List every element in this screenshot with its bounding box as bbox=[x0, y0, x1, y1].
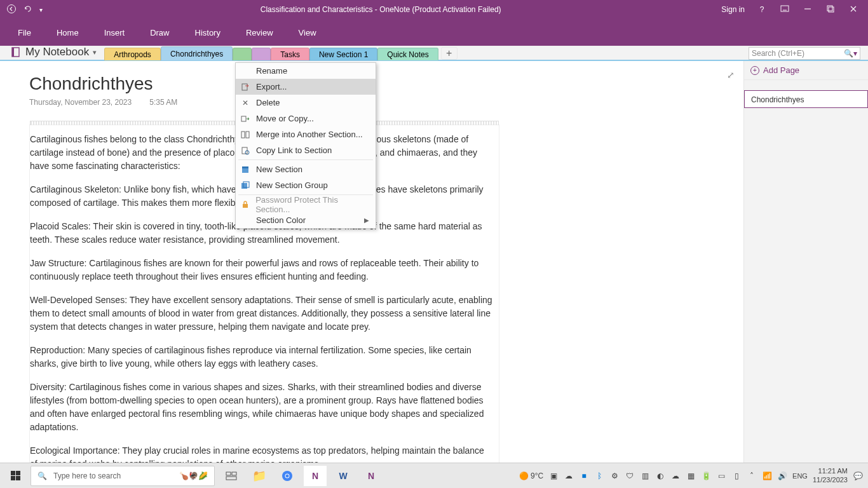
search-hero-icons: 🍗🦃🌽 bbox=[179, 471, 208, 480]
ribbon-tab-draw[interactable]: Draw bbox=[137, 22, 182, 44]
section-tab[interactable]: Chondrichthyes bbox=[161, 46, 233, 60]
battery-icon[interactable]: 🔋 bbox=[701, 471, 711, 481]
undo-icon[interactable] bbox=[23, 4, 33, 16]
add-section-button[interactable]: + bbox=[441, 47, 458, 60]
menu-item[interactable]: Merge into Another Section... bbox=[236, 126, 376, 142]
menu-item-label: Password Protect This Section... bbox=[255, 195, 369, 214]
menu-item[interactable]: Section Color▶ bbox=[236, 212, 376, 228]
tray-icon[interactable]: ▥ bbox=[640, 471, 650, 481]
note-paragraph[interactable]: Diversity: Cartilaginous fishes come in … bbox=[30, 381, 492, 434]
tray-icon[interactable]: ⚙ bbox=[609, 471, 620, 481]
onenote-icon[interactable]: N bbox=[304, 466, 327, 486]
ribbon-tab-insert[interactable]: Insert bbox=[92, 22, 138, 44]
menu-item-label: Move or Copy... bbox=[256, 114, 314, 123]
help-icon[interactable]: ? bbox=[756, 5, 768, 14]
title-bar: ▾ Classification and Characteristics - O… bbox=[0, 0, 868, 19]
svg-rect-9 bbox=[246, 132, 249, 138]
start-button[interactable] bbox=[0, 471, 31, 480]
notifications-icon[interactable]: 💬 bbox=[853, 471, 863, 481]
svg-point-22 bbox=[286, 474, 289, 477]
ribbon: File Home Insert Draw History Review Vie… bbox=[0, 19, 868, 46]
tray-icon[interactable]: ▭ bbox=[716, 471, 726, 481]
menu-item-label: Copy Link to Section bbox=[256, 146, 332, 155]
menu-item[interactable]: Rename bbox=[236, 63, 376, 79]
tray-icon[interactable]: ■ bbox=[579, 471, 589, 481]
notebook-name: My Notebook bbox=[25, 46, 89, 58]
svg-rect-17 bbox=[226, 472, 231, 475]
submenu-arrow-icon: ▶ bbox=[364, 217, 369, 224]
maximize-button[interactable] bbox=[825, 5, 836, 15]
chrome-icon[interactable] bbox=[276, 466, 299, 486]
menu-item-label: Delete bbox=[256, 98, 280, 107]
svg-rect-13 bbox=[242, 166, 248, 168]
ribbon-tab-view[interactable]: View bbox=[286, 22, 329, 44]
back-icon[interactable] bbox=[6, 4, 17, 16]
tray-icon[interactable]: ▯ bbox=[731, 471, 742, 481]
volume-icon[interactable]: 🔊 bbox=[777, 471, 787, 481]
menu-item-label: Export... bbox=[256, 82, 287, 92]
word-icon[interactable]: W bbox=[332, 466, 355, 486]
svg-rect-2 bbox=[827, 6, 832, 11]
cloud-icon[interactable]: ☁ bbox=[564, 471, 574, 481]
note-paragraph[interactable]: Reproduction: Many species of cartilagin… bbox=[30, 344, 492, 370]
language-indicator[interactable]: ENG bbox=[792, 472, 808, 480]
search-input[interactable]: Search (Ctrl+E) 🔍▾ bbox=[749, 47, 860, 60]
section-tab[interactable]: Quick Notes bbox=[377, 48, 438, 60]
ribbon-tab-file[interactable]: File bbox=[5, 22, 44, 44]
minimize-button[interactable] bbox=[802, 5, 813, 15]
tray-icon[interactable]: ◐ bbox=[655, 471, 665, 481]
bluetooth-icon[interactable]: ᛒ bbox=[594, 471, 604, 481]
ribbon-tab-home[interactable]: Home bbox=[44, 22, 92, 44]
close-button[interactable] bbox=[848, 5, 859, 15]
add-page-button[interactable]: + Add Page bbox=[744, 61, 868, 80]
wifi-icon[interactable]: 📶 bbox=[762, 471, 772, 481]
tray-icon[interactable]: ▣ bbox=[548, 471, 559, 481]
note-paragraph[interactable]: Well-Developed Senses: They have excelle… bbox=[30, 294, 492, 334]
menu-item[interactable]: New Section bbox=[236, 161, 376, 177]
merge-icon bbox=[240, 129, 251, 140]
menu-item[interactable]: New Section Group bbox=[236, 177, 376, 193]
taskbar-clock[interactable]: 11:21 AM 11/23/2023 bbox=[813, 467, 848, 484]
svg-rect-18 bbox=[232, 472, 236, 475]
svg-point-0 bbox=[8, 4, 16, 13]
section-tab[interactable]: Tasks bbox=[271, 48, 309, 60]
tray-icon[interactable]: ▦ bbox=[686, 471, 696, 481]
menu-item-label: New Section bbox=[256, 165, 302, 174]
clock-date: 11/23/2023 bbox=[813, 476, 848, 484]
menu-item[interactable]: Export... bbox=[236, 79, 376, 95]
menu-item[interactable]: Copy Link to Section bbox=[236, 142, 376, 158]
section-tab[interactable]: New Section 1 bbox=[309, 48, 377, 60]
ribbon-tab-history[interactable]: History bbox=[182, 22, 233, 44]
onenote-icon-2[interactable]: N bbox=[360, 466, 383, 486]
signin-link[interactable]: Sign in bbox=[721, 5, 745, 14]
weather-widget[interactable]: 🟠 9°C bbox=[519, 471, 543, 480]
taskbar-search-input[interactable]: 🔍 Type here to search 🍗🦃🌽 bbox=[31, 466, 215, 486]
menu-separator bbox=[238, 159, 373, 160]
section-tab[interactable] bbox=[252, 48, 271, 60]
menu-item-label: Merge into Another Section... bbox=[256, 130, 363, 139]
chevron-up-icon[interactable]: ˄ bbox=[747, 471, 757, 481]
qat-customize-icon[interactable]: ▾ bbox=[39, 6, 43, 13]
svg-rect-8 bbox=[241, 132, 245, 138]
menu-item[interactable]: Password Protect This Section... bbox=[236, 196, 376, 212]
section-icon bbox=[240, 164, 251, 175]
security-icon[interactable]: 🛡 bbox=[625, 471, 635, 481]
page-list-item[interactable]: Chondrichthyes bbox=[744, 90, 868, 108]
section-tab[interactable]: Arthropods bbox=[104, 48, 161, 60]
file-explorer-icon[interactable]: 📁 bbox=[248, 466, 271, 486]
fullscreen-icon[interactable]: ⤢ bbox=[727, 70, 735, 80]
page-list-pane: + Add Page Chondrichthyes bbox=[743, 61, 868, 464]
note-paragraph[interactable]: Ecological Importance: They play crucial… bbox=[30, 444, 492, 464]
ribbon-display-options-icon[interactable] bbox=[779, 4, 790, 15]
menu-item[interactable]: Move or Copy... bbox=[236, 111, 376, 126]
notebook-selector[interactable]: My Notebook ▾ bbox=[6, 46, 102, 60]
ribbon-tab-review[interactable]: Review bbox=[233, 22, 286, 44]
taskbar-pinned-apps: 📁 N W N bbox=[220, 466, 383, 486]
section-tab[interactable] bbox=[233, 48, 252, 60]
task-view-icon[interactable] bbox=[220, 466, 243, 486]
menu-item[interactable]: ✕Delete bbox=[236, 95, 376, 111]
note-paragraph[interactable]: Jaw Structure: Cartilaginous fishes are … bbox=[30, 257, 492, 283]
svg-rect-16 bbox=[243, 204, 248, 208]
onedrive-icon[interactable]: ☁ bbox=[670, 471, 681, 481]
add-page-label: Add Page bbox=[763, 65, 799, 75]
